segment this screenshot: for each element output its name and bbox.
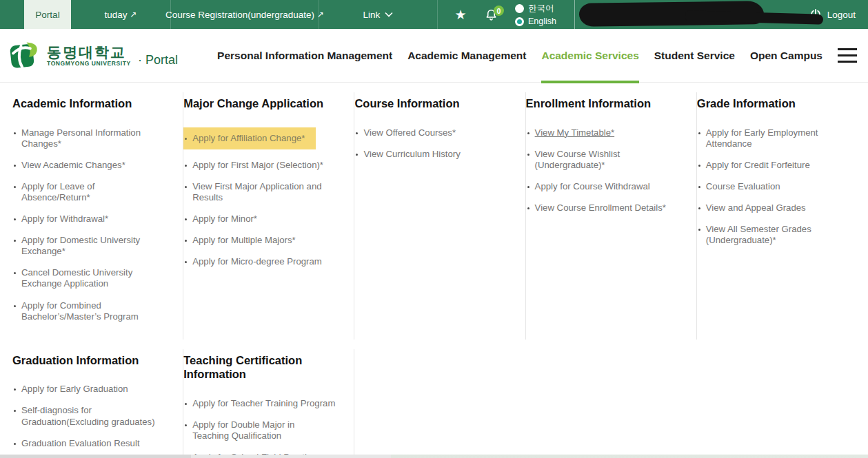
tongmyong-logo-icon bbox=[8, 40, 40, 72]
topbar-tab-portal[interactable]: Portal bbox=[24, 0, 71, 29]
menu-item[interactable]: Graduation Evaluation Result bbox=[12, 438, 174, 449]
language-option-english[interactable]: English bbox=[515, 17, 556, 26]
menu-item[interactable]: Apply for Multiple Majors* bbox=[183, 235, 345, 246]
language-option-korean[interactable]: 한국어 bbox=[515, 3, 556, 14]
menu-item[interactable]: View Curriculum History bbox=[354, 149, 516, 160]
menu-section-title: Enrollment Information bbox=[526, 96, 688, 111]
menu-item[interactable]: Self-diagnosis for Graduation(Excluding … bbox=[12, 405, 174, 427]
menu-item[interactable]: View My Timetable* bbox=[526, 127, 688, 138]
menu-section: Academic InformationManage Personal Info… bbox=[12, 92, 183, 340]
notifications-button[interactable]: 0 bbox=[479, 0, 503, 29]
menu-section: Graduation InformationApply for Early Gr… bbox=[12, 349, 183, 458]
menu-item[interactable]: Apply for Double Major in Teaching Quali… bbox=[183, 419, 345, 441]
topbar-icons: ★ 0 bbox=[449, 0, 503, 29]
menu-list: View My Timetable*View Course Wishlist (… bbox=[526, 127, 688, 214]
menu-item[interactable]: Apply for Micro-degree Program bbox=[183, 256, 345, 267]
university-logo[interactable]: 동명대학교 TONGMYONG UNIVERSITY · Portal bbox=[8, 40, 178, 72]
menu-item[interactable]: Apply for Teacher Training Program bbox=[183, 398, 345, 409]
menu-section-title: Academic Information bbox=[12, 96, 174, 111]
logout-label: Logout bbox=[827, 10, 856, 20]
nav-open-campus[interactable]: Open Campus bbox=[750, 29, 822, 82]
menu-section-title: Graduation Information bbox=[12, 353, 174, 368]
menu-item[interactable]: Apply for Early Employment Attendance bbox=[697, 127, 860, 149]
logo-korean-name: 동명대학교 bbox=[47, 44, 131, 60]
menu-item[interactable]: View Offered Courses* bbox=[354, 127, 516, 138]
menu-section-title: Teaching Certification Information bbox=[183, 353, 345, 382]
menu-list: Apply for Early Employment AttendanceApp… bbox=[697, 127, 860, 247]
menu-list: Manage Personal Information Changes*View… bbox=[12, 127, 174, 322]
menu-item[interactable]: Apply for Leave of Absence/Return* bbox=[12, 181, 174, 203]
menu-row-2: Graduation InformationApply for Early Gr… bbox=[0, 340, 868, 458]
menu-item[interactable]: View All Semester Grades (Undergraduate)… bbox=[697, 224, 860, 246]
menu-item[interactable]: Apply for Withdrawal* bbox=[12, 214, 174, 225]
menu-item[interactable]: View First Major Application and Results bbox=[183, 181, 345, 203]
menu-item[interactable]: Apply for Combined Bachelor’s/Master’s P… bbox=[12, 300, 174, 322]
nav-personal-information-management[interactable]: Personal Information Management bbox=[217, 29, 392, 82]
topbar-link-dropdown[interactable]: Link bbox=[319, 0, 438, 29]
page-bottom-edge bbox=[0, 455, 868, 458]
chevron-down-icon bbox=[385, 12, 393, 17]
menu-item[interactable]: View Course Wishlist (Undergraduate)* bbox=[526, 149, 688, 171]
menu-section-title: Course Information bbox=[354, 96, 516, 111]
menu-section: Enrollment InformationView My Timetable*… bbox=[526, 92, 697, 340]
menu-item[interactable]: Apply for Course Withdrawal bbox=[526, 181, 688, 192]
language-english-label: English bbox=[528, 17, 556, 26]
top-bar: Portal tuday ↗ Course Registration(under… bbox=[0, 0, 868, 29]
topbar-link-tuday[interactable]: tuday ↗ bbox=[71, 0, 171, 29]
academic-services-mega-menu: Academic InformationManage Personal Info… bbox=[0, 83, 868, 458]
nav-student-service[interactable]: Student Service bbox=[654, 29, 735, 82]
menu-item[interactable]: Apply for First Major (Selection)* bbox=[183, 160, 345, 171]
menu-item[interactable]: Cancel Domestic University Exchange Appl… bbox=[12, 267, 174, 289]
menu-section: Grade InformationApply for Early Employm… bbox=[697, 92, 868, 340]
menu-item[interactable]: View Course Enrollment Details* bbox=[526, 202, 688, 214]
radio-icon bbox=[515, 4, 524, 13]
menu-list: View Offered Courses*View Curriculum His… bbox=[354, 127, 516, 160]
course-registration-label: Course Registration(undergraduate) bbox=[165, 10, 314, 20]
tuday-label: tuday bbox=[104, 10, 127, 20]
menu-section-title: Grade Information bbox=[697, 96, 860, 111]
menu-item[interactable]: Manage Personal Information Changes* bbox=[12, 127, 174, 149]
menu-section: Major Change ApplicationApply for Affili… bbox=[183, 92, 354, 340]
nav-academic-management[interactable]: Academic Management bbox=[407, 29, 526, 82]
nav-academic-services[interactable]: Academic Services bbox=[541, 29, 638, 82]
topbar-link-course-registration[interactable]: Course Registration(undergraduate) ↗ bbox=[171, 0, 319, 29]
notification-badge: 0 bbox=[494, 6, 504, 16]
hamburger-menu-icon[interactable] bbox=[838, 48, 857, 63]
topbar-spacer bbox=[0, 0, 24, 29]
portal-tab-label: Portal bbox=[35, 10, 59, 20]
redacted-username-area bbox=[575, 0, 805, 29]
logo-text: 동명대학교 TONGMYONG UNIVERSITY bbox=[47, 44, 131, 67]
external-link-icon: ↗ bbox=[130, 10, 137, 19]
menu-list: Apply for Early GraduationSelf-diagnosis… bbox=[12, 384, 174, 458]
radio-selected-icon bbox=[515, 17, 524, 26]
menu-item[interactable]: Apply for Affiliation Change* bbox=[183, 127, 316, 149]
main-nav: Personal Information Management Academic… bbox=[217, 29, 822, 82]
language-switcher: 한국어 English bbox=[515, 0, 556, 29]
menu-item[interactable]: Apply for Credit Forfeiture bbox=[697, 160, 860, 171]
menu-item[interactable]: Apply for Early Graduation bbox=[12, 384, 174, 395]
menu-item[interactable]: View and Appeal Grades bbox=[697, 202, 860, 214]
site-header: 동명대학교 TONGMYONG UNIVERSITY · Portal Pers… bbox=[0, 29, 868, 83]
link-label: Link bbox=[363, 10, 381, 20]
language-korean-label: 한국어 bbox=[528, 3, 554, 14]
menu-section: Teaching Certification InformationApply … bbox=[183, 349, 354, 458]
logo-english-name: TONGMYONG UNIVERSITY bbox=[47, 60, 131, 67]
menu-item[interactable]: Apply for Minor* bbox=[183, 214, 345, 225]
menu-item[interactable]: Course Evaluation bbox=[697, 181, 860, 192]
menu-section: Course InformationView Offered Courses*V… bbox=[354, 92, 525, 340]
star-icon: ★ bbox=[454, 8, 466, 21]
menu-item[interactable]: Apply for Domestic University Exchange* bbox=[12, 235, 174, 257]
menu-list: Apply for Affiliation Change*Apply for F… bbox=[183, 127, 345, 268]
favorites-button[interactable]: ★ bbox=[449, 0, 472, 29]
menu-list: Apply for Teacher Training ProgramApply … bbox=[183, 398, 345, 458]
menu-item[interactable]: View Academic Changes* bbox=[12, 160, 174, 171]
logo-portal-suffix: · Portal bbox=[138, 53, 178, 67]
menu-section-title: Major Change Application bbox=[183, 96, 345, 111]
menu-row-1: Academic InformationManage Personal Info… bbox=[0, 83, 868, 340]
